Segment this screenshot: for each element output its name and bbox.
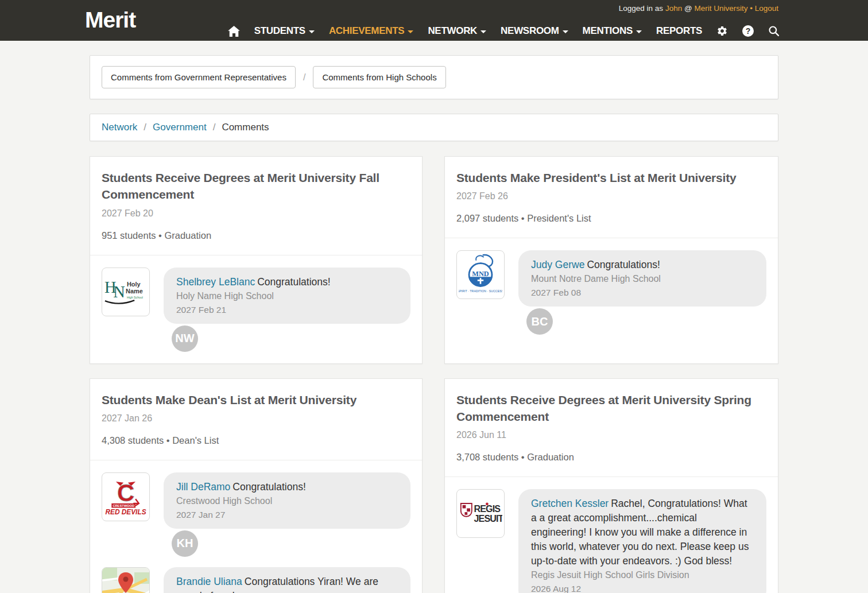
- svg-text:N: N: [113, 284, 125, 301]
- chevron-down-icon: [636, 30, 642, 33]
- breadcrumb: Network / Government / Comments: [90, 114, 778, 141]
- achievement-title[interactable]: Students Make Dean's List at Merit Unive…: [102, 392, 410, 408]
- regis-jesuit-school-logo: REGIS JESUIT: [456, 489, 505, 538]
- comment: H N Holy Name High School Shelbrey LeBla…: [102, 268, 410, 352]
- comment: 33 G o o g l e: [102, 567, 410, 593]
- comment-author-link[interactable]: Gretchen Kessler: [531, 498, 609, 509]
- comment-author-link[interactable]: Brandie Uliana: [176, 576, 242, 587]
- achievement-date: 2027 Feb 20: [102, 208, 410, 219]
- dot-sep: •: [750, 4, 753, 13]
- comment-school: Holy Name High School: [176, 291, 398, 301]
- breadcrumb-separator: /: [213, 122, 216, 133]
- comment-bubble: Jill DeRamoCongratulations! Crestwood Hi…: [164, 472, 410, 529]
- nav-achievements-label: ACHIEVEMENTS: [329, 25, 404, 37]
- breadcrumb-network[interactable]: Network: [102, 122, 137, 133]
- filter-separator: /: [303, 72, 305, 83]
- filter-high-schools-button[interactable]: Comments from High Schools: [313, 66, 445, 88]
- chevron-down-icon: [480, 30, 486, 33]
- nav-network-label: NETWORK: [428, 25, 477, 37]
- svg-text:C: C: [117, 479, 134, 506]
- svg-text:SPIRIT · TRADITION · SUCCESS: SPIRIT · TRADITION · SUCCESS: [459, 289, 502, 293]
- comment-author-link[interactable]: Judy Gerwe: [531, 259, 584, 270]
- svg-text:JESUIT: JESUIT: [474, 513, 502, 524]
- login-status-bar: Logged in as John @ Merit University • L…: [619, 4, 778, 13]
- nav-mentions[interactable]: MENTIONS: [583, 25, 642, 37]
- user-link[interactable]: John: [665, 4, 682, 13]
- comment: MND SPIRIT · TRADITION · SUCCESS Judy Ge…: [456, 250, 766, 335]
- comment-date: 2027 Jan 27: [176, 510, 398, 520]
- crestwood-school-logo: C CRESTWOOD RED DEVILS: [102, 472, 150, 521]
- achievement-card: Students Receive Degrees at Merit Univer…: [90, 156, 423, 364]
- svg-text:REGIS: REGIS: [474, 503, 501, 514]
- comment-author-link[interactable]: Jill DeRamo: [176, 481, 230, 493]
- filter-government-button[interactable]: Comments from Government Representatives: [102, 66, 296, 88]
- achievement-card: Students Make Dean's List at Merit Unive…: [90, 378, 423, 593]
- nav-mentions-label: MENTIONS: [583, 25, 633, 37]
- achievement-card: Students Receive Degrees at Merit Univer…: [444, 378, 778, 593]
- commenter-avatar[interactable]: NW: [172, 325, 198, 352]
- svg-text:Name: Name: [126, 288, 143, 294]
- achievement-meta: 951 students • Graduation: [102, 230, 410, 241]
- main-nav: STUDENTS ACHIEVEMENTS NETWORK NEWSROOM M…: [228, 25, 780, 37]
- svg-text:CRESTWOOD: CRESTWOOD: [113, 504, 134, 507]
- achievement-meta: 4,308 students • Dean's List: [102, 435, 410, 446]
- breadcrumb-government[interactable]: Government: [153, 122, 207, 133]
- svg-text:MND: MND: [472, 270, 489, 278]
- help-icon[interactable]: ?: [742, 25, 754, 37]
- achievement-meta: 2,097 students • President's List: [456, 213, 766, 224]
- chevron-down-icon: [563, 30, 568, 33]
- achievement-date: 2026 Jun 11: [456, 430, 766, 440]
- comment-school: Mount Notre Dame High School: [531, 274, 754, 284]
- nav-students[interactable]: STUDENTS: [254, 25, 315, 37]
- nav-newsroom[interactable]: NEWSROOM: [501, 25, 568, 37]
- achievement-title[interactable]: Students Make President's List at Merit …: [456, 169, 766, 186]
- chevron-down-icon: [309, 30, 315, 33]
- comment-bubble: Shelbrey LeBlancCongratulations! Holy Na…: [164, 268, 410, 324]
- comment-school: Regis Jesuit High School Girls Division: [531, 570, 754, 580]
- merit-logo[interactable]: Merit: [85, 7, 135, 33]
- comment-filter-bar: Comments from Government Representatives…: [90, 55, 778, 99]
- svg-text:RED DEVILS: RED DEVILS: [105, 508, 146, 516]
- comment-bubble: Judy GerweCongratulations! Mount Notre D…: [518, 250, 766, 307]
- gear-icon[interactable]: [716, 25, 728, 37]
- comment-date: 2027 Feb 21: [176, 305, 398, 315]
- top-navbar: Merit Logged in as John @ Merit Universi…: [0, 0, 868, 41]
- achievement-meta: 3,708 students • Graduation: [456, 452, 766, 463]
- logout-link[interactable]: Logout: [755, 4, 778, 13]
- nav-reports-label: REPORTS: [656, 25, 702, 37]
- commenter-avatar[interactable]: BC: [526, 308, 553, 335]
- org-link[interactable]: Merit University: [694, 4, 747, 13]
- breadcrumb-separator: /: [144, 122, 146, 133]
- holy-name-school-logo: H N Holy Name High School: [102, 268, 150, 316]
- comment-date: 2027 Feb 08: [531, 288, 754, 298]
- commenter-avatar[interactable]: KH: [172, 530, 198, 557]
- achievement-title[interactable]: Students Receive Degrees at Merit Univer…: [456, 392, 766, 425]
- achievement-date: 2027 Feb 26: [456, 191, 766, 201]
- nav-network[interactable]: NETWORK: [428, 25, 486, 37]
- search-icon[interactable]: [768, 25, 780, 37]
- nav-achievements[interactable]: ACHIEVEMENTS: [329, 25, 413, 37]
- comment-text: Congratulations!: [257, 276, 330, 288]
- comment-bubble: Gretchen KesslerRachel, Congratulations!…: [518, 489, 766, 593]
- comment-text: Congratulations!: [587, 259, 660, 270]
- comment: C CRESTWOOD RED DEVILS Jill DeRamoCongra…: [102, 472, 410, 557]
- nav-reports[interactable]: REPORTS: [656, 25, 702, 37]
- comment-bubble: Brandie UlianaCongratulations Yiran! We …: [164, 567, 410, 593]
- svg-text:High School: High School: [127, 296, 143, 300]
- nav-students-label: STUDENTS: [254, 25, 305, 37]
- mount-notre-dame-school-logo: MND SPIRIT · TRADITION · SUCCESS: [456, 250, 505, 299]
- chevron-down-icon: [408, 30, 413, 33]
- nav-newsroom-label: NEWSROOM: [501, 25, 559, 37]
- login-prefix: Logged in as: [619, 4, 663, 13]
- achievement-date: 2027 Jan 26: [102, 413, 410, 424]
- breadcrumb-current: Comments: [222, 122, 269, 133]
- home-icon[interactable]: [228, 26, 240, 37]
- comment: REGIS JESUIT Gretchen KesslerRachel, Con…: [456, 489, 766, 593]
- map-thumbnail: 33 G o o g l e: [102, 567, 150, 593]
- comment-author-link[interactable]: Shelbrey LeBlanc: [176, 276, 255, 288]
- achievement-title[interactable]: Students Receive Degrees at Merit Univer…: [102, 169, 410, 203]
- at-sign: @: [684, 4, 692, 13]
- achievement-cards-grid: Students Receive Degrees at Merit Univer…: [90, 156, 778, 593]
- comment-school: Crestwood High School: [176, 496, 398, 506]
- comment-date: 2026 Aug 12: [531, 584, 754, 593]
